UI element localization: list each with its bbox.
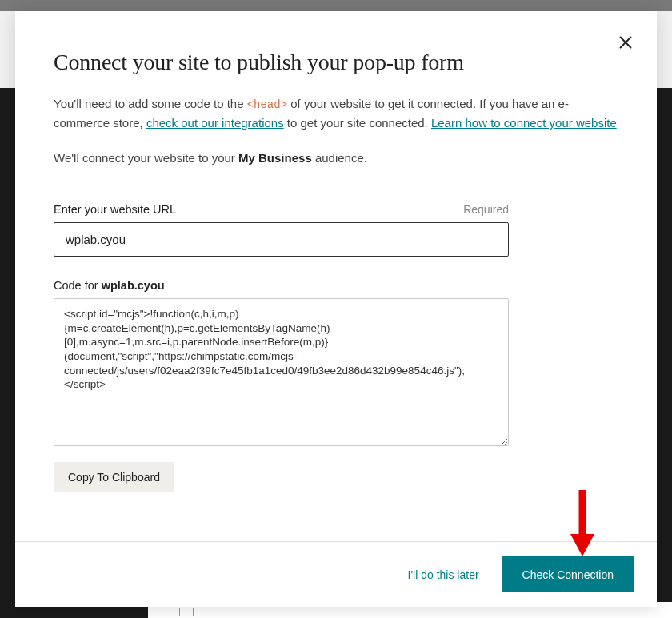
close-button[interactable] — [617, 34, 634, 51]
do-later-link[interactable]: I'll do this later — [408, 568, 479, 581]
intro-paragraph-1: You'll need to add some code to the <hea… — [54, 94, 618, 133]
required-indicator: Required — [463, 203, 509, 216]
copy-clipboard-button[interactable]: Copy To Clipboard — [54, 462, 174, 492]
learn-connect-link[interactable]: Learn how to connect your website — [431, 116, 617, 130]
code-section: Code for wplab.cyou Copy To Clipboard — [54, 279, 618, 492]
background-checkbox-fragment — [179, 608, 194, 616]
code-label-row: Code for wplab.cyou — [54, 279, 509, 292]
intro-text-3: to get your site connected. — [284, 116, 431, 130]
website-url-input[interactable] — [54, 222, 509, 257]
code-label: Code for wplab.cyou — [54, 279, 165, 292]
code-label-domain: wplab.cyou — [102, 279, 165, 292]
connect-text-2: audience. — [312, 151, 367, 165]
connect-text-1: We'll connect your website to your — [54, 151, 238, 165]
modal-footer: I'll do this later Check Connection — [15, 541, 657, 607]
intro-text-1: You'll need to add some code to the — [54, 97, 247, 110]
modal-title: Connect your site to publish your pop-up… — [54, 50, 618, 75]
page-background-top — [0, 0, 672, 11]
code-label-prefix: Code for — [54, 279, 102, 292]
integrations-link[interactable]: check out our integrations — [146, 116, 284, 130]
url-label: Enter your website URL — [54, 203, 176, 216]
close-icon — [617, 34, 634, 51]
url-section: Enter your website URL Required — [54, 203, 618, 257]
head-tag-code: <head> — [247, 98, 287, 111]
intro-paragraph-2: We'll connect your website to your My Bu… — [54, 149, 618, 168]
check-connection-button[interactable]: Check Connection — [502, 556, 634, 592]
url-label-row: Enter your website URL Required — [54, 203, 509, 216]
embed-code-textarea[interactable] — [54, 298, 509, 446]
connect-site-modal: Connect your site to publish your pop-up… — [15, 11, 657, 607]
business-name: My Business — [238, 151, 312, 165]
modal-body: Connect your site to publish your pop-up… — [15, 11, 657, 541]
